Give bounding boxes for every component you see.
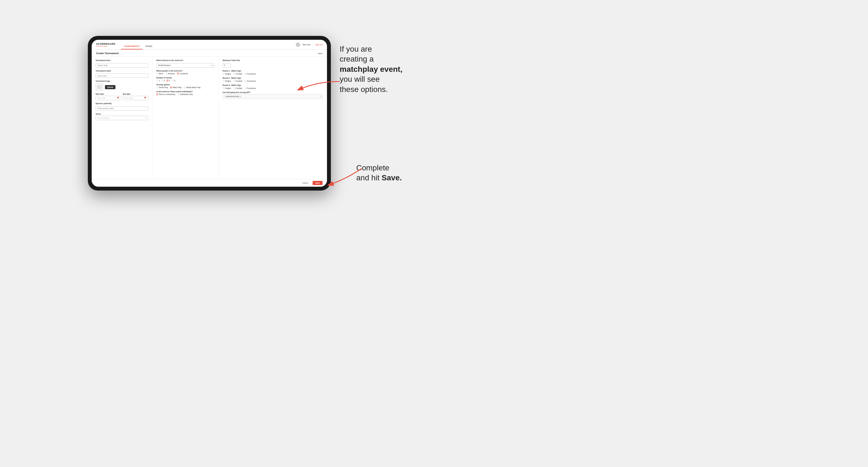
round1-foursomes-circle [244, 73, 246, 75]
annotation1-line3: you will see [340, 75, 380, 84]
tournament-logo-group: Tournament logo Upload [96, 80, 148, 91]
round2-singles[interactable]: Singles [223, 80, 231, 82]
round-2-label: 2 [164, 80, 165, 82]
sponsor-group: Sponsor (optional) [96, 102, 148, 111]
round1-match-options: Singles Fourball Foursomes [223, 73, 323, 75]
venue-select[interactable]: Search golf club ▾ [96, 116, 148, 120]
sign-out-link[interactable]: Sign out [315, 44, 322, 45]
upload-button[interactable]: Upload [105, 85, 116, 89]
scoring-row: Stroke Play Match Play Medal Match Play [156, 87, 215, 88]
individuals-option-label: Individuals Only [180, 93, 193, 95]
brand-subtitle: Powered by clippr [96, 45, 116, 47]
venue-arrow: ▾ [145, 117, 146, 119]
tab-teams[interactable]: TEAMS [143, 40, 155, 50]
radio-combined[interactable]: Combined [177, 73, 188, 74]
round-2[interactable]: 2 [161, 80, 165, 82]
teams-group: Is this event for Teams and/or Individua… [156, 91, 215, 95]
round3-singles-label: Singles [225, 87, 231, 89]
round2-fourball[interactable]: Fourball [233, 80, 242, 82]
brand: SCOREBOARD Powered by clippr [96, 42, 116, 47]
user-avatar [296, 42, 300, 47]
radio-womens[interactable]: Womens [165, 73, 175, 74]
radio-womens-circle [165, 73, 167, 74]
max-team-label: Maximum Team Size [223, 59, 323, 61]
form-col-right: Maximum Team Size Round 1 - Match Type S… [219, 57, 327, 179]
round3-foursomes-label: Foursomes [247, 87, 256, 89]
scoring-stroke[interactable]: Stroke Play [156, 87, 168, 88]
round-3[interactable]: 3 [166, 80, 170, 82]
round1-singles-circle [223, 73, 224, 75]
teams-option-circle [156, 93, 158, 95]
round1-match-label: Round 1 - Match Type [223, 70, 323, 72]
tournament-name-group: Tournament name [96, 70, 148, 78]
round-4[interactable]: 4 [172, 80, 175, 82]
scoring-medal-circle [184, 87, 186, 88]
radio-combined-circle [177, 73, 179, 74]
start-date-placeholder: Pick a date [97, 97, 106, 99]
round2-singles-circle [223, 80, 224, 82]
tab-tournaments[interactable]: TOURNAMENTS [121, 40, 143, 50]
scoring-group: Scoring system Stroke Play Match Play [156, 84, 215, 88]
annotation-save: Complete and hit Save. [356, 163, 483, 183]
cancel-button[interactable]: Cancel [300, 181, 310, 185]
scoring-medal[interactable]: Medal Match Play [184, 87, 200, 88]
tournament-host-group: Tournament Host [96, 59, 148, 68]
scoring-match[interactable]: Match Play [170, 87, 181, 88]
back-button[interactable]: ‹ Back [317, 53, 322, 54]
separator: | [313, 44, 313, 45]
round-4-circle [172, 80, 174, 82]
tablet-screen: SCOREBOARD Powered by clippr TOURNAMENTS… [92, 40, 327, 187]
radio-mens[interactable]: Mens [156, 73, 163, 74]
arrow-matchplay [290, 76, 345, 98]
individuals-option[interactable]: Individuals Only [178, 93, 193, 95]
round1-fourball[interactable]: Fourball [233, 73, 242, 75]
teams-radio-group: Teams (+Individuals) Individuals Only [156, 93, 215, 95]
form-col-left: Tournament Host Tournament name Tourname… [92, 57, 152, 179]
rounds-label: Number of rounds [156, 77, 215, 79]
venue-group: Venue Search golf club ▾ [96, 113, 148, 120]
rounds-group: Number of rounds 1 2 3 [156, 77, 215, 82]
round-1-circle [156, 80, 158, 82]
third-party-remove[interactable]: ✕ [240, 96, 241, 97]
nav-tabs: TOURNAMENTS TEAMS [121, 40, 155, 50]
navbar: SCOREBOARD Powered by clippr TOURNAMENTS… [92, 40, 327, 50]
rounds-row: 1 2 3 4 [156, 80, 215, 82]
brand-title: SCOREBOARD [96, 42, 116, 45]
sponsor-input[interactable] [96, 106, 148, 111]
teams-option[interactable]: Teams (+Individuals) [156, 93, 175, 95]
round3-foursomes[interactable]: Foursomes [244, 87, 256, 89]
radio-combined-label: Combined [180, 73, 188, 74]
teams-option-label: Teams (+Individuals) [159, 93, 175, 95]
end-date-group: End date Pick a date 📅 [123, 93, 149, 100]
radio-mens-circle [156, 73, 158, 74]
round3-singles[interactable]: Singles [223, 87, 231, 89]
form-col-middle: Which division is the event for? NCAA Di… [152, 57, 219, 179]
scoring-match-label: Match Play [173, 87, 181, 88]
tournament-host-input[interactable] [96, 63, 148, 68]
round2-foursomes[interactable]: Foursomes [244, 80, 256, 82]
date-row: Start date Pick a date 📅 End date Pick a… [96, 93, 148, 100]
start-date-input[interactable]: Pick a date 📅 [96, 96, 121, 100]
round1-foursomes[interactable]: Foursomes [244, 73, 256, 75]
round-1[interactable]: 1 [156, 80, 160, 82]
annotation2-bold: Save. [382, 174, 402, 182]
max-team-input[interactable] [223, 63, 231, 68]
start-date-group: Start date Pick a date 📅 [96, 93, 121, 100]
radio-womens-label: Womens [168, 73, 175, 74]
venue-label: Venue [96, 113, 148, 115]
end-date-input[interactable]: Pick a date 📅 [123, 96, 149, 100]
calendar-icon: 📅 [117, 97, 119, 99]
round1-singles[interactable]: Singles [223, 73, 231, 75]
round1-singles-label: Singles [225, 73, 231, 75]
teams-label: Is this event for Teams and/or Individua… [156, 91, 215, 93]
round3-fourball-label: Fourball [236, 87, 242, 89]
user-name: Test User [302, 44, 311, 45]
scoring-match-circle [170, 87, 172, 88]
scoring-stroke-circle [156, 87, 158, 88]
gender-radio-group: Mens Womens Combined [156, 73, 215, 74]
round3-fourball[interactable]: Fourball [233, 87, 242, 89]
annotation-matchplay: If you are creating a matchplay event, y… [340, 44, 456, 94]
division-select[interactable]: NCAA Division I [156, 63, 215, 68]
division-label: Which division is the event for? [156, 59, 215, 61]
tournament-name-input[interactable] [96, 73, 148, 78]
